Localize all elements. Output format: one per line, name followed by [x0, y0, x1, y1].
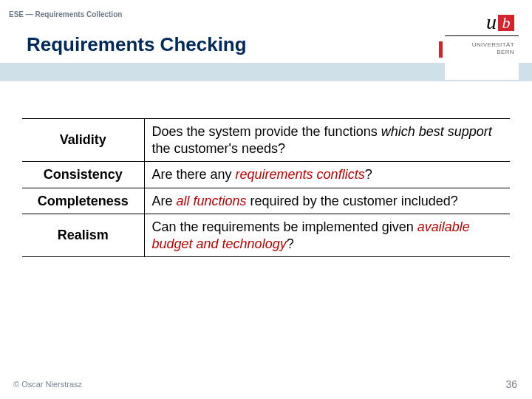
term-cell: Realism [22, 214, 144, 257]
term-cell: Completeness [22, 188, 144, 214]
logo-ub-mark: u b [486, 12, 514, 33]
footer-page-number: 36 [505, 378, 517, 390]
university-logo: u b UNIVERSITÄT BERN [445, 6, 519, 80]
logo-u-letter: u [486, 12, 497, 33]
logo-red-stripe [439, 41, 443, 58]
desc-post: ? [365, 167, 372, 182]
desc-pre: Does the system provide the functions [152, 124, 381, 139]
desc-post: ? [287, 236, 294, 251]
breadcrumb: ESE — Requirements Collection [9, 10, 122, 18]
desc-cell: Can the requirements be implemented give… [144, 214, 510, 257]
desc-pre: Are there any [152, 167, 236, 182]
table-row: ValidityDoes the system provide the func… [22, 119, 510, 162]
desc-pre: Can the requirements be implemented give… [152, 219, 417, 234]
page-title: Requirements Checking [27, 33, 247, 56]
desc-cell: Does the system provide the functions wh… [144, 119, 510, 162]
table-row: CompletenessAre all functions required b… [22, 188, 510, 214]
logo-divider [445, 35, 519, 36]
term-cell: Validity [22, 119, 144, 162]
desc-emphasis: all functions [177, 194, 247, 208]
desc-cell: Are all functions required by the custom… [144, 188, 510, 214]
logo-wordmark: UNIVERSITÄT BERN [472, 41, 514, 55]
footer-copyright: © Oscar Nierstrasz [13, 380, 82, 389]
logo-b-letter: b [498, 15, 514, 31]
desc-emphasis: requirements conflicts [236, 167, 365, 182]
requirements-table: ValidityDoes the system provide the func… [22, 118, 510, 257]
header: ESE — Requirements Collection Requiremen… [0, 0, 532, 81]
table-row: RealismCan the requirements be implement… [22, 214, 510, 257]
desc-post: the customer's needs? [152, 141, 286, 156]
desc-cell: Are there any requirements conflicts? [144, 162, 510, 188]
desc-emphasis: which best support [381, 124, 492, 139]
term-cell: Consistency [22, 162, 144, 188]
desc-pre: Are [152, 194, 177, 208]
desc-post: required by the customer included? [247, 194, 458, 208]
table-row: ConsistencyAre there any requirements co… [22, 162, 510, 188]
